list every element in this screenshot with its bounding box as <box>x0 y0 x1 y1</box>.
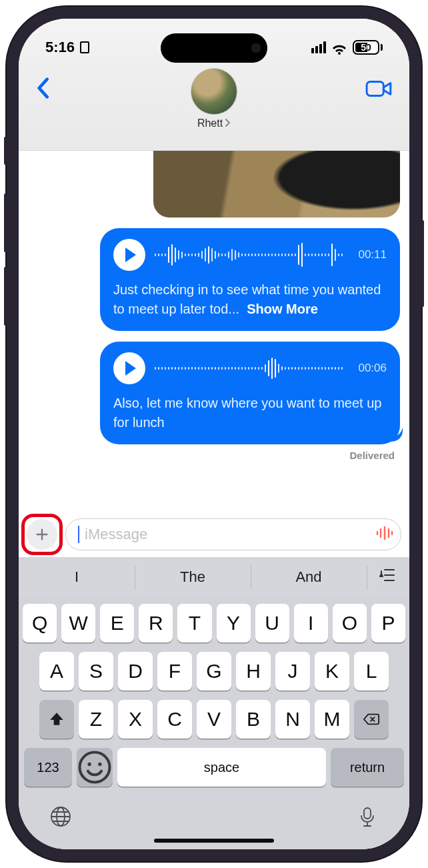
volume-up-button <box>4 193 7 252</box>
sim-card-icon <box>80 41 89 53</box>
key-m[interactable]: M <box>315 700 349 739</box>
message-input-bar: iMessage <box>19 509 409 557</box>
play-button[interactable] <box>113 239 145 271</box>
avatar <box>191 68 237 115</box>
key-a[interactable]: A <box>39 652 74 691</box>
text-format-button[interactable] <box>367 557 409 597</box>
key-o[interactable]: O <box>333 604 367 642</box>
wifi-icon <box>331 41 347 53</box>
numbers-key[interactable]: 123 <box>24 748 72 787</box>
waveform-icon <box>155 355 349 382</box>
battery-icon: 50 <box>353 40 383 55</box>
svg-point-2 <box>87 763 91 766</box>
key-n[interactable]: N <box>275 700 310 739</box>
key-e[interactable]: E <box>100 604 134 642</box>
key-p[interactable]: P <box>371 604 405 642</box>
key-f[interactable]: F <box>157 652 192 691</box>
space-key[interactable]: space <box>117 748 326 787</box>
suggestion-1[interactable]: I <box>19 557 135 597</box>
key-t[interactable]: T <box>177 604 211 642</box>
cellular-signal-icon <box>311 41 326 53</box>
conversation-header: Rhett <box>19 64 409 151</box>
key-z[interactable]: Z <box>79 700 113 739</box>
svg-rect-0 <box>367 82 383 96</box>
key-h[interactable]: H <box>236 652 271 691</box>
duration-label: 00:06 <box>358 362 387 375</box>
message-image-attachment[interactable] <box>153 151 400 218</box>
play-button[interactable] <box>113 352 145 384</box>
emoji-key[interactable] <box>77 748 113 787</box>
show-more-button[interactable]: Show More <box>247 302 318 316</box>
key-s[interactable]: S <box>79 652 113 691</box>
key-q[interactable]: Q <box>23 604 57 642</box>
placeholder-text: iMessage <box>85 526 370 543</box>
volume-down-button <box>4 267 7 326</box>
suggestion-2[interactable]: The <box>135 557 251 597</box>
key-r[interactable]: R <box>139 604 173 642</box>
clock: 5:16 <box>45 39 75 56</box>
key-v[interactable]: V <box>197 700 231 739</box>
dynamic-island <box>161 33 267 63</box>
backspace-key[interactable] <box>354 700 389 739</box>
key-b[interactable]: B <box>236 700 271 739</box>
key-g[interactable]: G <box>197 652 231 691</box>
audio-wave-icon[interactable] <box>375 526 394 543</box>
power-button <box>421 220 424 307</box>
message-voice-2[interactable]: 00:06 Also, let me know where you want t… <box>100 342 400 444</box>
chevron-right-icon <box>224 117 231 129</box>
key-x[interactable]: X <box>118 700 153 739</box>
transcript-text: Also, let me know where you want to meet… <box>113 394 387 432</box>
play-icon <box>125 248 136 262</box>
key-y[interactable]: Y <box>217 604 251 642</box>
text-cursor <box>78 526 79 543</box>
contact-button[interactable]: Rhett <box>191 68 237 129</box>
phone-frame: 5:16 50 <box>7 7 421 861</box>
conversation-scroll[interactable]: 00:11 Just checking in to see what time … <box>19 151 409 509</box>
duration-label: 00:11 <box>358 248 387 262</box>
key-c[interactable]: C <box>157 700 192 739</box>
facetime-video-button[interactable] <box>363 72 396 108</box>
play-icon <box>125 361 136 376</box>
key-u[interactable]: U <box>255 604 289 642</box>
suggestion-3[interactable]: And <box>251 557 367 597</box>
contact-name: Rhett <box>197 117 223 129</box>
return-key[interactable]: return <box>331 748 404 787</box>
back-button[interactable] <box>32 72 53 107</box>
key-k[interactable]: K <box>315 652 349 691</box>
keyboard: QWERTYUIOP ASDFGHJKL ZXCVBNM 123 space r… <box>19 597 409 849</box>
tutorial-highlight <box>21 514 63 555</box>
svg-point-1 <box>80 753 110 783</box>
svg-rect-6 <box>364 808 371 819</box>
globe-key[interactable] <box>49 805 72 831</box>
key-l[interactable]: L <box>354 652 389 691</box>
dictation-mic-key[interactable] <box>356 805 379 831</box>
delivery-status: Delivered <box>24 450 395 461</box>
home-indicator[interactable] <box>154 839 274 843</box>
battery-percent: 50 <box>361 42 371 53</box>
key-d[interactable]: D <box>118 652 153 691</box>
key-j[interactable]: J <box>275 652 310 691</box>
message-input[interactable]: iMessage <box>65 518 401 550</box>
svg-point-3 <box>98 763 101 766</box>
key-i[interactable]: I <box>294 604 328 642</box>
message-voice-1[interactable]: 00:11 Just checking in to see what time … <box>100 228 400 331</box>
waveform-icon <box>155 242 349 268</box>
side-switch <box>4 137 7 165</box>
shift-key[interactable] <box>39 700 74 739</box>
predictive-text-bar: I The And <box>19 557 409 597</box>
key-w[interactable]: W <box>61 604 95 642</box>
